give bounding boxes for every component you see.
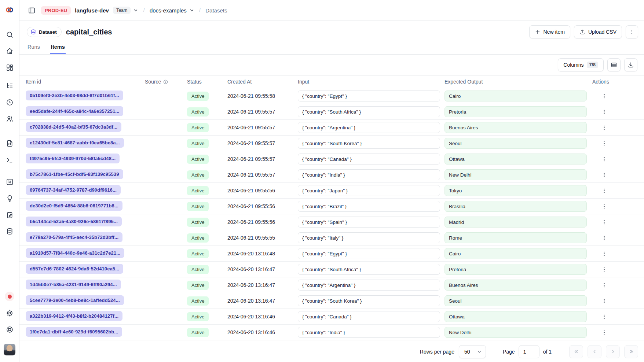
input-cell[interactable]: { "country": "Japan" }	[298, 185, 440, 196]
item-id-link[interactable]: c702838d-24d5-40a2-bf35-67dc3a3df...	[26, 122, 121, 132]
item-id-link[interactable]: e779a270-579a-4f45-aec4-35b72d3bff...	[26, 232, 122, 242]
upload-csv-button[interactable]: Upload CSV	[574, 25, 622, 38]
last-page-button[interactable]	[624, 345, 638, 358]
project-name[interactable]: docs-examples	[150, 7, 187, 14]
row-actions-button[interactable]	[599, 122, 609, 133]
expected-output-cell[interactable]: Pretoria	[444, 106, 587, 117]
sidebar-item-prompts[interactable]	[4, 138, 15, 148]
row-actions-button[interactable]	[599, 107, 609, 117]
input-cell[interactable]: { "country": "South Africa" }	[298, 106, 440, 117]
row-actions-button[interactable]	[599, 233, 609, 243]
sidebar-item-llm-as-a-judge[interactable]	[4, 193, 15, 203]
expected-output-cell[interactable]: Buenos Aires	[444, 280, 587, 291]
item-id-link[interactable]: a322b319-9412-4f43-b8f2-b20484127f...	[26, 311, 122, 321]
row-actions-button[interactable]	[599, 327, 609, 337]
recording-indicator[interactable]	[5, 292, 14, 301]
sidebar-item-settings[interactable]	[4, 308, 15, 318]
columns-button[interactable]: Columns 7/8	[558, 58, 604, 71]
sidebar-item-datasets[interactable]	[4, 226, 15, 236]
sidebar-item-playground[interactable]	[4, 155, 15, 165]
item-id-link[interactable]: b5c144cd-52a5-4a80-926e-58617f895...	[26, 217, 122, 226]
sidebar-item-annotation[interactable]	[4, 210, 15, 220]
expected-output-cell[interactable]: Rome	[444, 232, 587, 243]
row-actions-button[interactable]	[599, 311, 609, 322]
page-number-input[interactable]	[519, 345, 539, 358]
expected-output-cell[interactable]: Tokyo	[444, 185, 587, 196]
new-item-button[interactable]: New item	[529, 25, 570, 38]
breadcrumb-current[interactable]: Datasets	[205, 7, 227, 14]
input-cell[interactable]: { "country": "Italy" }	[298, 232, 440, 243]
input-cell[interactable]: { "country": "South Korea" }	[298, 138, 440, 149]
item-id-link[interactable]: 69764737-34af-4752-9787-d90df9616...	[26, 185, 121, 195]
row-actions-button[interactable]	[599, 201, 609, 211]
row-actions-button[interactable]	[599, 296, 609, 306]
expected-output-cell[interactable]: Buenos Aires	[444, 122, 587, 133]
environment-badge[interactable]: PROD-EU	[41, 6, 71, 15]
input-cell[interactable]: { "country": "Spain" }	[298, 217, 440, 228]
input-cell[interactable]: { "country": "Egypt" }	[298, 248, 440, 259]
item-id-link[interactable]: eed5dafe-244f-465c-a84c-4a6e357251...	[26, 106, 123, 116]
sidebar-item-support[interactable]	[4, 324, 15, 335]
input-cell[interactable]: { "country": "Canada" }	[298, 311, 440, 322]
expected-output-cell[interactable]: Madrid	[444, 217, 587, 228]
rows-per-page-select[interactable]: 50	[459, 345, 486, 358]
item-id-link[interactable]: 05109ef0-2e3b-4e03-98dd-8f7d01b61f...	[26, 90, 123, 100]
first-page-button[interactable]	[569, 345, 583, 358]
sidebar-item-users[interactable]	[4, 114, 15, 124]
row-actions-button[interactable]	[599, 185, 609, 196]
expected-output-cell[interactable]: New Delhi	[444, 327, 587, 338]
input-cell[interactable]: { "country": "India" }	[298, 169, 440, 180]
org-switcher-button[interactable]	[133, 8, 138, 13]
more-actions-button[interactable]	[626, 25, 638, 38]
expected-output-cell[interactable]: New Delhi	[444, 169, 587, 180]
row-actions-button[interactable]	[599, 170, 609, 180]
export-button[interactable]	[624, 58, 637, 71]
row-actions-button[interactable]	[599, 217, 609, 227]
info-icon[interactable]	[163, 79, 168, 85]
organization-name[interactable]: langfuse-dev	[75, 7, 109, 14]
item-id-link[interactable]: e12430df-5e81-4687-aabb-f0ea65be8a...	[26, 138, 124, 148]
expected-output-cell[interactable]: Ottawa	[444, 154, 587, 165]
sidebar-item-dashboards[interactable]	[4, 62, 15, 73]
expected-output-cell[interactable]: Brasília	[444, 201, 587, 212]
expected-output-cell[interactable]: Seoul	[444, 138, 587, 149]
item-id-link[interactable]: de30d2e0-f5d9-4854-88b6-0619771b8...	[26, 201, 122, 211]
expected-output-cell[interactable]: Ottawa	[444, 311, 587, 322]
input-cell[interactable]: { "country": "Egypt" }	[298, 90, 440, 101]
expected-output-cell[interactable]: Pretoria	[444, 264, 587, 275]
project-switcher-button[interactable]	[189, 8, 194, 13]
item-id-link[interactable]: a1910d57-7f84-440c-9e46-a31c2d7e21...	[26, 248, 124, 258]
expected-output-cell[interactable]: Cairo	[444, 90, 587, 101]
item-id-link[interactable]: d557e7d6-7802-4624-9da6-52d410ea5...	[26, 264, 123, 274]
input-cell[interactable]: { "country": "South Korea" }	[298, 295, 440, 306]
item-id-link[interactable]: 1f0e7da1-dbff-4e60-929d-f6095602bb...	[26, 327, 122, 337]
input-cell[interactable]: { "country": "South Africa" }	[298, 264, 440, 275]
expected-output-cell[interactable]: Seoul	[444, 295, 587, 306]
sidebar-item-search[interactable]	[4, 29, 15, 40]
next-page-button[interactable]	[606, 345, 620, 358]
user-avatar[interactable]	[4, 344, 15, 355]
row-actions-button[interactable]	[599, 280, 609, 290]
row-actions-button[interactable]	[599, 91, 609, 101]
tab-items[interactable]: Items	[50, 41, 66, 54]
input-cell[interactable]: { "country": "Brazil" }	[298, 201, 440, 212]
input-cell[interactable]: { "country": "Argentina" }	[298, 280, 440, 291]
input-cell[interactable]: { "country": "India" }	[298, 327, 440, 338]
item-id-link[interactable]: f4975c95-5fc3-4939-970d-58fa5cd48...	[26, 154, 120, 163]
row-height-button[interactable]	[607, 58, 621, 71]
sidebar-item-evaluators[interactable]	[4, 177, 15, 187]
sidebar-item-home[interactable]	[4, 46, 15, 56]
sidebar-item-tracing[interactable]	[4, 81, 15, 91]
sidebar-item-sessions[interactable]	[4, 97, 15, 107]
item-id-link[interactable]: 1d45b0e7-b85a-4231-9149-6ff90a294...	[26, 280, 121, 289]
previous-page-button[interactable]	[588, 345, 601, 358]
row-actions-button[interactable]	[599, 154, 609, 164]
sidebar-toggle-button[interactable]	[26, 5, 37, 16]
row-actions-button[interactable]	[599, 248, 609, 259]
row-actions-button[interactable]	[599, 264, 609, 274]
input-cell[interactable]: { "country": "Argentina" }	[298, 122, 440, 133]
row-actions-button[interactable]	[599, 138, 609, 148]
tab-runs[interactable]: Runs	[27, 41, 41, 54]
input-cell[interactable]: { "country": "Canada" }	[298, 154, 440, 165]
item-id-link[interactable]: 5cee7779-3e00-4eb8-be8c-1affedd524...	[26, 295, 124, 305]
